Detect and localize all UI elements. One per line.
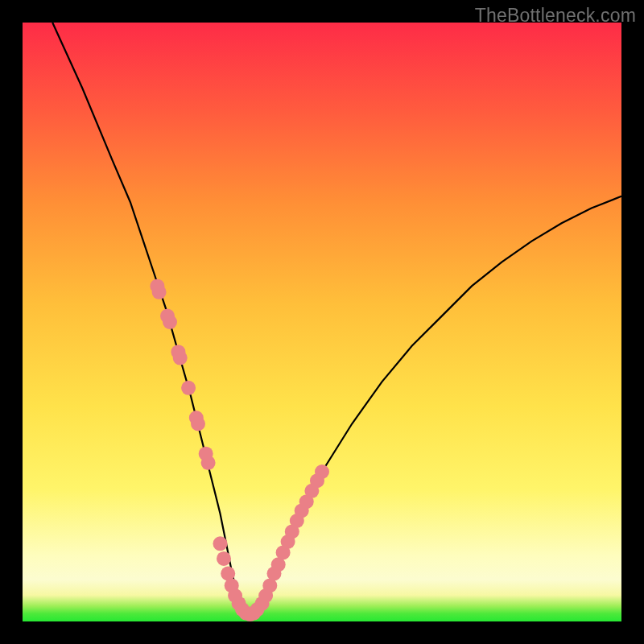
- gpu-marker: [217, 551, 231, 566]
- gpu-marker: [152, 285, 167, 299]
- watermark-text: TheBottleneck.com: [475, 5, 636, 27]
- chart-plot-area: [23, 23, 621, 621]
- bottleneck-curve: [52, 23, 621, 616]
- gpu-marker: [181, 381, 196, 395]
- gpu-marker: [163, 315, 177, 329]
- gpu-marker: [201, 456, 216, 470]
- gpu-marker: [173, 351, 188, 365]
- chart-svg: [23, 23, 621, 621]
- gpu-marker: [191, 417, 205, 431]
- gpu-marker: [213, 536, 228, 551]
- gpu-marker: [315, 464, 329, 479]
- gpu-marker-group: [150, 279, 329, 621]
